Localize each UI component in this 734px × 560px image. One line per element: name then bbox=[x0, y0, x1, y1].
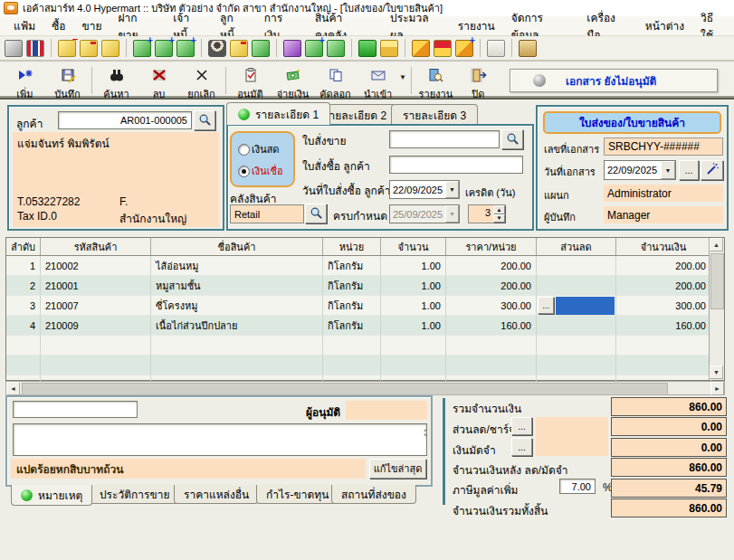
menu-sale[interactable]: ขาย bbox=[74, 14, 110, 37]
table-row[interactable]: 4 210009 เนื้อไก่ส่วนปีกปลาย กิโลกรัม 1.… bbox=[6, 316, 724, 336]
table-row[interactable]: 1 210002 ไส้อ่อนหมู กิโลกรัม 1.00 200.00… bbox=[6, 256, 724, 276]
tab-details-1[interactable]: รายละเอียด 1 bbox=[226, 102, 330, 125]
table-row-empty[interactable] bbox=[6, 356, 724, 375]
menu-reports[interactable]: รายงาน bbox=[450, 14, 503, 37]
col-header-amount[interactable]: จำนวนเงิน bbox=[616, 238, 711, 255]
billing-doc-icon[interactable] bbox=[230, 40, 248, 57]
scroll-right-icon[interactable]: ► bbox=[710, 382, 724, 395]
horizontal-scrollbar[interactable]: ◄ ► bbox=[5, 381, 725, 395]
menu-file[interactable]: แฟ้ม bbox=[5, 14, 43, 37]
warehouse-field[interactable]: Retail bbox=[230, 204, 304, 223]
horizontal-scroll-thumb[interactable] bbox=[22, 383, 668, 395]
exit-icon[interactable] bbox=[519, 40, 537, 57]
tab-remarks[interactable]: หมายเหตุ bbox=[11, 485, 92, 506]
tab-profit-loss[interactable]: กำไร-ขาดทุน bbox=[256, 485, 338, 504]
customer-icon[interactable] bbox=[208, 40, 226, 57]
deposit-more-button[interactable]: ... bbox=[511, 438, 532, 456]
printer-icon[interactable] bbox=[5, 40, 23, 57]
tab-delivery-location[interactable]: สถานที่ส่งของ bbox=[331, 485, 416, 504]
vat-rate-input[interactable] bbox=[559, 479, 596, 494]
reference-input[interactable] bbox=[13, 401, 138, 418]
warehouse-search-button[interactable] bbox=[305, 204, 327, 223]
tab-sales-history[interactable]: ประวัติการขาย bbox=[90, 485, 179, 504]
table-row-empty[interactable] bbox=[6, 336, 724, 356]
col-header-product-code[interactable]: รหัสสินค้า bbox=[41, 238, 151, 255]
import-dropdown-arrow-icon[interactable]: ▼ bbox=[399, 73, 406, 81]
col-header-quantity[interactable]: จำนวน bbox=[381, 238, 446, 255]
customer-panel: ลูกค้า แจ่มจันทร์ พิมพิรัตน์ T.053227282… bbox=[7, 105, 224, 231]
import-button[interactable]: นำเข้า bbox=[357, 65, 399, 96]
spinner-down-icon[interactable]: ▼ bbox=[493, 214, 505, 223]
cash-card-icon[interactable] bbox=[358, 40, 377, 57]
home-icon[interactable] bbox=[434, 40, 452, 57]
language-flag-icon[interactable] bbox=[26, 40, 44, 57]
credit-radio-label[interactable]: เงินเชื่อ bbox=[252, 163, 282, 179]
customer-search-button[interactable] bbox=[194, 110, 215, 130]
tab-other-prices[interactable]: ราคาแหล่งอื่น bbox=[174, 485, 259, 504]
textarea-scroll-icons[interactable]: ▲▼ bbox=[423, 427, 428, 438]
deposit-doc-icon[interactable] bbox=[305, 40, 323, 57]
new-invoice-icon[interactable] bbox=[155, 40, 173, 57]
col-header-unit[interactable]: หน่วย bbox=[323, 238, 381, 255]
selected-cell-highlight[interactable] bbox=[556, 297, 615, 315]
edit-sale-doc-icon[interactable] bbox=[58, 40, 76, 57]
magic-wand-button[interactable] bbox=[701, 160, 723, 180]
customer-po-date-combo[interactable]: 22/09/2025 ▼ bbox=[389, 180, 460, 199]
tab-details-3[interactable]: รายละเอียด 3 bbox=[391, 104, 478, 125]
search-button[interactable]: ค้นหา bbox=[95, 65, 138, 96]
table-row[interactable]: 3 210007 ซี่โครงหมู กิโลกรัม 1.00 300.00… bbox=[6, 296, 724, 316]
cash-radio[interactable] bbox=[238, 144, 250, 156]
col-header-unit-price[interactable]: ราคา/หน่วย bbox=[446, 238, 537, 255]
credit-days-spinner[interactable]: 3 ▲ ▼ bbox=[468, 204, 506, 223]
vertical-scroll-thumb[interactable] bbox=[710, 253, 724, 309]
add-button[interactable]: เพิ่ม bbox=[4, 65, 46, 96]
menu-window[interactable]: หน้าต่าง bbox=[637, 14, 692, 37]
scroll-up-icon[interactable]: ▲ bbox=[710, 238, 723, 252]
pay-button[interactable]: จ่ายเงิน bbox=[272, 65, 314, 96]
calculator-icon[interactable] bbox=[487, 40, 505, 57]
pencils-icon[interactable] bbox=[412, 40, 430, 57]
discount-more-button[interactable]: ... bbox=[538, 297, 554, 314]
spinner-up-icon[interactable]: ▲ bbox=[493, 205, 505, 214]
folder-card-icon[interactable] bbox=[380, 40, 398, 57]
doc-date-more-button[interactable]: ... bbox=[679, 160, 699, 180]
col-header-product-name[interactable]: ชื่อสินค้า bbox=[151, 238, 323, 255]
cancel-button[interactable]: ยกเลิก bbox=[180, 65, 223, 96]
vertical-scrollbar[interactable]: ▲ ▼ bbox=[709, 238, 724, 380]
cash-radio-label[interactable]: เงินสด bbox=[252, 141, 280, 157]
money-add-icon[interactable] bbox=[327, 40, 345, 57]
save-button[interactable]: บันทึก bbox=[46, 65, 89, 96]
money-bag-icon[interactable] bbox=[252, 40, 270, 57]
spinner-buttons[interactable]: ▲ ▼ bbox=[493, 205, 505, 223]
last-edit-button[interactable]: แก้ไขล่าสุด bbox=[369, 459, 426, 479]
new-sale-doc-icon[interactable] bbox=[133, 40, 151, 57]
edit-note-icon[interactable] bbox=[101, 40, 119, 57]
purse-icon[interactable] bbox=[283, 40, 301, 57]
approve-button[interactable]: อนุมัติ bbox=[229, 65, 272, 96]
scroll-left-icon[interactable]: ◄ bbox=[6, 382, 20, 395]
menu-bar: แฟ้ม ซื้อ ขาย ฝากขาย เจ้าหนี้ ลูกหนี้ กา… bbox=[0, 16, 734, 36]
close-button[interactable]: ปิด bbox=[457, 65, 500, 96]
col-header-index[interactable]: ลำดับ bbox=[6, 238, 41, 255]
delete-button[interactable]: ลบ bbox=[138, 65, 180, 96]
edit-invoice-icon[interactable] bbox=[80, 40, 98, 57]
discount-cell-selected[interactable]: ... bbox=[537, 296, 616, 316]
report-button[interactable]: รายงาน bbox=[415, 65, 457, 96]
pencil-adjust-icon[interactable] bbox=[455, 40, 473, 57]
table-row[interactable]: 2 210001 หมูสามชั้น กิโลกรัม 1.00 200.00… bbox=[6, 276, 724, 296]
new-note-icon[interactable] bbox=[176, 40, 195, 57]
customer-po-input[interactable] bbox=[389, 156, 523, 174]
scroll-down-icon[interactable]: ▼ bbox=[710, 365, 723, 379]
col-header-discount[interactable]: ส่วนลด bbox=[537, 238, 616, 255]
remarks-textarea[interactable] bbox=[13, 423, 427, 456]
customer-code-input[interactable] bbox=[58, 111, 192, 129]
doc-date-combo[interactable]: 22/09/2025 ▼ bbox=[604, 160, 676, 180]
chevron-down-icon[interactable]: ▼ bbox=[661, 161, 675, 179]
sales-order-input[interactable] bbox=[389, 130, 500, 148]
copy-button[interactable]: คัดลอก bbox=[314, 65, 357, 96]
menu-purchase[interactable]: ซื้อ bbox=[43, 14, 73, 37]
sales-order-search-button[interactable] bbox=[501, 129, 523, 149]
chevron-down-icon[interactable]: ▼ bbox=[445, 181, 459, 198]
credit-radio[interactable] bbox=[238, 166, 250, 177]
discount-more-button[interactable]: ... bbox=[511, 417, 532, 435]
